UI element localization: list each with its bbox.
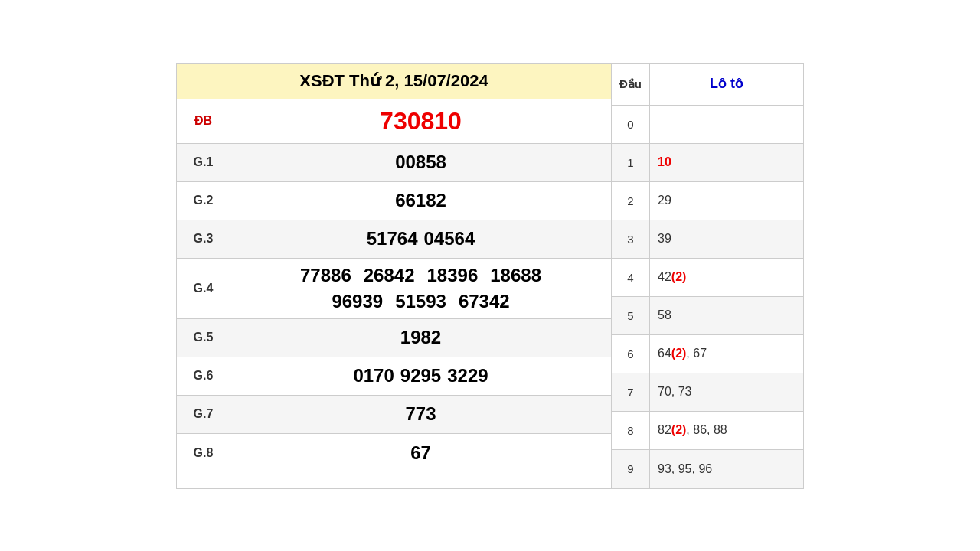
prize-g4-v7: 67342 <box>459 291 510 312</box>
loto-nums-6: 64(2), 67 <box>650 342 803 365</box>
loto-index-4: 4 <box>612 259 650 296</box>
prize-g4-label: G.4 <box>177 259 230 318</box>
prize-g1-row: G.1 00858 <box>177 144 611 182</box>
loto-header-dau: Đầu <box>612 64 650 105</box>
prize-g1-values: 00858 <box>230 144 611 181</box>
prize-g4-v2: 26842 <box>364 265 415 286</box>
loto-nums-2: 29 <box>650 189 803 212</box>
prize-g4-row1: 77886 26842 18396 18688 <box>240 265 602 286</box>
page-title: XSĐT Thứ 2, 15/07/2024 <box>177 64 611 99</box>
prize-g8-value: 67 <box>410 442 431 464</box>
prize-g6-values: 0170 9295 3229 <box>230 357 611 394</box>
loto-header-title: Lô tô <box>650 64 803 105</box>
prize-g4-row: G.4 77886 26842 18396 18688 96939 51593 … <box>177 259 611 319</box>
loto-row-5: 5 58 <box>612 297 803 335</box>
loto-nums-8: 82(2), 86, 88 <box>650 419 803 442</box>
loto-header: Đầu Lô tô <box>612 64 803 106</box>
prize-g4-v4: 18688 <box>490 265 541 286</box>
prize-g4-values: 77886 26842 18396 18688 96939 51593 6734… <box>230 259 611 318</box>
prize-db-label: ĐB <box>177 99 230 143</box>
prize-g3-value-2: 04564 <box>424 228 475 249</box>
prize-g6-label: G.6 <box>177 357 230 395</box>
prize-g4-v5: 96939 <box>332 291 383 312</box>
loto-index-8: 8 <box>612 412 650 449</box>
prize-g6-row: G.6 0170 9295 3229 <box>177 357 611 396</box>
loto-index-5: 5 <box>612 297 650 334</box>
prize-g4-row2: 96939 51593 67342 <box>240 291 602 312</box>
prize-g5-value: 1982 <box>400 327 441 348</box>
loto-index-1: 1 <box>612 144 650 181</box>
prize-g7-values: 773 <box>230 396 611 432</box>
loto-nums-3: 39 <box>650 227 803 250</box>
loto-index-7: 7 <box>612 373 650 411</box>
prize-g4-v3: 18396 <box>427 265 479 286</box>
loto-row-0: 0 <box>612 106 803 144</box>
loto-nums-1: 10 <box>650 151 803 174</box>
prize-g8-label: G.8 <box>177 434 230 472</box>
prize-g5-row: G.5 1982 <box>177 319 611 357</box>
loto-nums-4: 42(2) <box>650 266 803 289</box>
prize-g2-row: G.2 66182 <box>177 182 611 220</box>
loto-row-1: 1 10 <box>612 144 803 182</box>
prize-g2-values: 66182 <box>230 182 611 219</box>
prize-g1-label: G.1 <box>177 144 230 181</box>
prize-g4-v1: 77886 <box>300 265 351 286</box>
prize-g6-v3: 3229 <box>447 365 488 386</box>
prize-g7-value: 773 <box>405 403 436 425</box>
prize-g2-label: G.2 <box>177 182 230 220</box>
prize-g2-value: 66182 <box>395 190 446 211</box>
loto-row-9: 9 93, 95, 96 <box>612 450 803 488</box>
loto-row-3: 3 39 <box>612 220 803 259</box>
loto-index-2: 2 <box>612 182 650 220</box>
loto-nums-7: 70, 73 <box>650 380 803 403</box>
loto-index-0: 0 <box>612 106 650 143</box>
prize-g3-label: G.3 <box>177 220 230 258</box>
loto-nums-9: 93, 95, 96 <box>650 458 803 481</box>
prize-g3-value-1: 51764 <box>367 228 418 249</box>
loto-panel: Đầu Lô tô 0 1 10 2 29 3 39 4 42(2) 5 58 … <box>612 64 803 488</box>
prize-g6-v2: 9295 <box>400 365 441 386</box>
left-panel: XSĐT Thứ 2, 15/07/2024 ĐB 730810 G.1 008… <box>177 64 612 488</box>
prize-db-row: ĐB 730810 <box>177 99 611 144</box>
loto-nums-5: 58 <box>650 304 803 327</box>
loto-index-6: 6 <box>612 335 650 373</box>
loto-row-8: 8 82(2), 86, 88 <box>612 412 803 450</box>
loto-nums-0 <box>650 119 803 129</box>
prize-g7-row: G.7 773 <box>177 396 611 434</box>
prize-db-value: 730810 <box>380 107 462 135</box>
loto-index-3: 3 <box>612 220 650 258</box>
prize-g1-value: 00858 <box>395 152 446 173</box>
loto-row-2: 2 29 <box>612 182 803 220</box>
prize-g8-row: G.8 67 <box>177 434 611 472</box>
prize-g3-values: 51764 04564 <box>230 220 611 257</box>
loto-index-9: 9 <box>612 450 650 488</box>
main-container: XSĐT Thứ 2, 15/07/2024 ĐB 730810 G.1 008… <box>176 63 804 489</box>
prize-g8-values: 67 <box>230 435 611 471</box>
prize-g4-v6: 51593 <box>395 291 446 312</box>
loto-row-6: 6 64(2), 67 <box>612 335 803 373</box>
loto-row-7: 7 70, 73 <box>612 373 803 412</box>
prize-g7-label: G.7 <box>177 396 230 433</box>
prize-g3-row: G.3 51764 04564 <box>177 220 611 259</box>
prize-db-values: 730810 <box>230 99 611 143</box>
prize-g5-label: G.5 <box>177 319 230 357</box>
prize-g6-v1: 0170 <box>353 365 394 386</box>
loto-row-4: 4 42(2) <box>612 259 803 297</box>
prize-g5-values: 1982 <box>230 319 611 356</box>
